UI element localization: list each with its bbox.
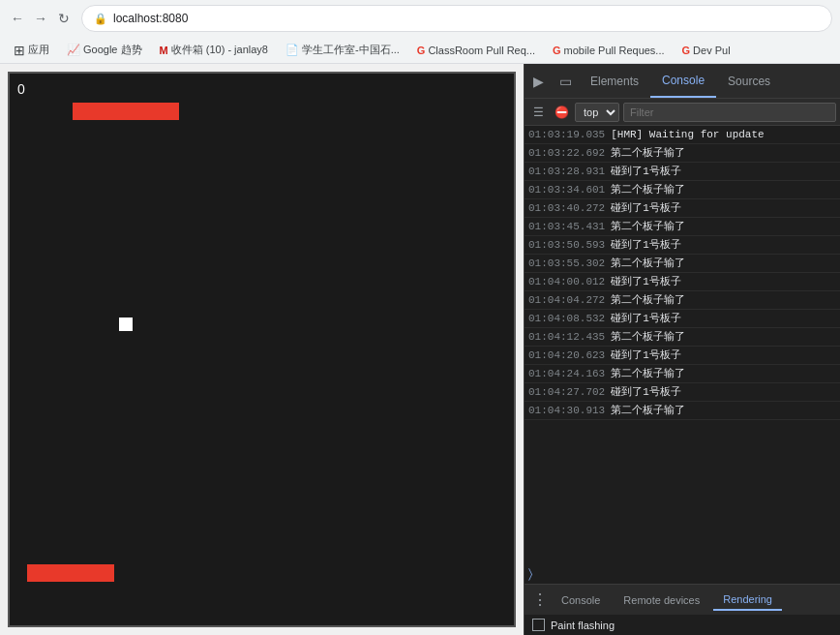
log-entry: 01:04:30.913第二个板子输了 (525, 402, 840, 420)
security-icon: 🔒 (94, 13, 107, 25)
bookmark-mobile-icon: G (553, 45, 561, 56)
log-time: 01:03:50.593 (528, 237, 605, 253)
log-entry: 01:04:24.163第二个板子输了 (525, 365, 840, 383)
tab-console[interactable]: Console (650, 64, 716, 98)
log-time: 01:04:27.702 (528, 384, 605, 400)
log-message: 第二个板子输了 (611, 403, 685, 418)
log-time: 01:03:34.601 (528, 182, 605, 197)
log-message: 第二个板子输了 (611, 366, 685, 381)
url-display: localhost:8080 (113, 12, 188, 25)
log-entry: 01:03:28.931碰到了1号板子 (525, 163, 840, 181)
log-time: 01:04:12.435 (528, 329, 605, 345)
paint-flashing-label: Paint flashing (551, 620, 615, 631)
log-time: 01:03:55.302 (528, 256, 605, 271)
devtools-device-button[interactable]: ▭ (552, 64, 579, 99)
main-content: 0 ▶ ▭ Elements Console Sources ☰ ⛔ top (0, 64, 840, 635)
log-entry: 01:03:50.593碰到了1号板子 (525, 236, 840, 255)
log-message: 碰到了1号板子 (611, 311, 681, 326)
log-time: 01:03:40.272 (528, 200, 605, 216)
log-entry: 01:03:34.601第二个板子输了 (525, 181, 840, 199)
devtools-toolbar: ▶ ▭ Elements Console Sources (525, 64, 840, 99)
log-time: 01:03:22.692 (528, 145, 605, 161)
paint-flashing-checkbox[interactable] (532, 619, 545, 631)
bookmarks-bar: ⊞ 应用 📈 Google 趋势 M 收件箱 (10) - janlay8 📄 … (0, 37, 840, 64)
log-entry: 01:03:45.431第二个板子输了 (525, 218, 840, 236)
log-entry: 01:04:27.702碰到了1号板子 (525, 383, 840, 402)
log-entry: 01:03:40.272碰到了1号板子 (525, 199, 840, 218)
console-settings-icon[interactable]: ☰ (528, 103, 548, 122)
bottom-tab-remote[interactable]: Remote devices (614, 590, 709, 610)
bookmark-apps[interactable]: ⊞ 应用 (8, 41, 55, 60)
paddle-bottom (27, 564, 114, 582)
log-entry: 01:04:00.012碰到了1号板子 (525, 273, 840, 291)
log-time: 01:04:00.012 (528, 274, 605, 289)
bottom-tab-console[interactable]: Console (552, 590, 610, 610)
game-canvas: 0 (8, 72, 516, 627)
bookmark-mail-label: 收件箱 (10) - janlay8 (171, 43, 268, 57)
log-entry: 01:03:19.035[HMR] Waiting for update (525, 126, 840, 144)
log-message: [HMR] Waiting for update (611, 127, 764, 142)
nav-buttons: ← → ↻ (8, 9, 74, 28)
console-toolbar: ☰ ⛔ top (525, 99, 840, 126)
log-time: 01:03:19.035 (528, 127, 605, 142)
bookmark-dev[interactable]: G Dev Pul (676, 43, 736, 58)
console-clear-icon[interactable]: ⛔ (552, 103, 571, 122)
browser-chrome: ← → ↻ 🔒 localhost:8080 ⊞ 应用 📈 Google 趋势 … (0, 0, 840, 64)
context-selector[interactable]: top (575, 103, 619, 122)
bookmark-student-icon: 📄 (285, 44, 299, 56)
log-message: 第二个板子输了 (611, 145, 685, 161)
log-time: 01:04:20.623 (528, 348, 605, 363)
log-message: 第二个板子输了 (611, 256, 685, 271)
log-time: 01:04:04.272 (528, 292, 605, 308)
log-entry: 01:04:04.272第二个板子输了 (525, 291, 840, 310)
log-time: 01:03:28.931 (528, 164, 605, 179)
log-time: 01:04:30.913 (528, 403, 605, 418)
log-message: 碰到了1号板子 (611, 200, 681, 216)
bookmark-student-label: 学生工作室-中国石... (302, 43, 400, 57)
log-entry: 01:04:20.623碰到了1号板子 (525, 347, 840, 365)
console-prompt-icon[interactable]: 〉 (525, 564, 840, 584)
tab-sources[interactable]: Sources (716, 64, 782, 98)
devtools-tabs: Elements Console Sources (579, 64, 840, 98)
bookmark-mail-icon: M (160, 45, 168, 56)
log-entry: 01:04:12.435第二个板子输了 (525, 328, 840, 347)
devtools-inspect-button[interactable]: ▶ (525, 64, 552, 99)
bottom-more-icon[interactable]: ⋮ (532, 590, 548, 609)
log-message: 碰到了1号板子 (611, 164, 681, 179)
back-button[interactable]: ← (8, 9, 27, 28)
log-message: 碰到了1号板子 (611, 348, 681, 363)
log-message: 碰到了1号板子 (611, 384, 681, 400)
bottom-tab-rendering[interactable]: Rendering (713, 590, 782, 611)
ball (119, 318, 133, 331)
log-time: 01:03:45.431 (528, 219, 605, 234)
bookmark-dev-icon: G (682, 45, 691, 56)
bookmark-trends[interactable]: 📈 Google 趋势 (61, 41, 148, 59)
devtools-bottom-bar: ⋮ Console Remote devices Rendering (525, 584, 840, 615)
log-message: 第二个板子输了 (611, 182, 685, 197)
bookmark-classroom-icon: G (417, 45, 426, 56)
devtools-panel: ▶ ▭ Elements Console Sources ☰ ⛔ top 01:… (524, 64, 840, 635)
log-entry: 01:04:08.532碰到了1号板子 (525, 310, 840, 328)
bookmark-mail[interactable]: M 收件箱 (10) - janlay8 (154, 41, 274, 59)
bookmark-classroom[interactable]: G ClassRoom Pull Req... (411, 43, 541, 58)
log-entry: 01:03:22.692第二个板子输了 (525, 144, 840, 163)
browser-toolbar: ← → ↻ 🔒 localhost:8080 (0, 0, 840, 37)
bookmark-classroom-label: ClassRoom Pull Req... (428, 45, 535, 56)
filter-input[interactable] (623, 103, 836, 122)
bookmark-mobile-label: mobile Pull Reques... (564, 45, 665, 56)
tab-elements[interactable]: Elements (579, 64, 650, 98)
log-entry: 01:03:55.302第二个板子输了 (525, 255, 840, 273)
paddle-top (73, 103, 179, 120)
reload-button[interactable]: ↻ (54, 9, 74, 28)
bookmark-student[interactable]: 📄 学生工作室-中国石... (280, 41, 405, 59)
log-time: 01:04:08.532 (528, 311, 605, 326)
log-message: 第二个板子输了 (611, 329, 685, 345)
game-score: 0 (17, 81, 25, 97)
address-bar[interactable]: 🔒 localhost:8080 (81, 5, 832, 32)
log-time: 01:04:24.163 (528, 366, 605, 381)
settings-row: Paint flashing (525, 615, 840, 635)
bookmark-mobile[interactable]: G mobile Pull Reques... (547, 43, 671, 58)
forward-button[interactable]: → (31, 9, 50, 28)
log-message: 第二个板子输了 (611, 292, 685, 308)
log-message: 碰到了1号板子 (611, 274, 681, 289)
